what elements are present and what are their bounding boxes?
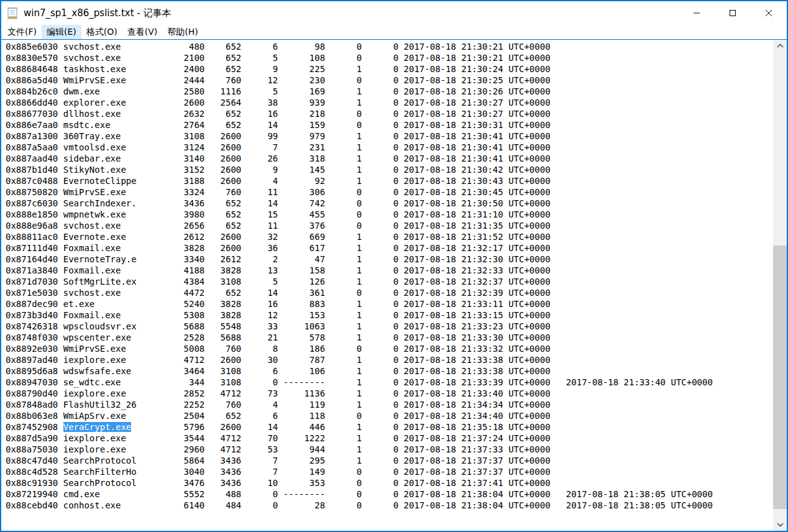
title-bar: win7_sp1_x86_pslist.txt - 记事本 bbox=[1, 1, 787, 25]
vertical-scrollbar[interactable] bbox=[773, 40, 787, 531]
notepad-icon bbox=[6, 6, 19, 20]
minimize-button[interactable] bbox=[679, 1, 715, 25]
notepad-window: win7_sp1_x86_pslist.txt - 记事本 文件(F)编辑(E)… bbox=[0, 0, 788, 532]
menu-item-help[interactable]: 帮助(H) bbox=[162, 25, 203, 39]
caption-buttons bbox=[679, 1, 787, 25]
text-editor[interactable]: 0x885e6030 svchost.exe 480 652 6 98 0 0 … bbox=[1, 40, 773, 531]
selected-text: VeraCrypt.exe bbox=[63, 422, 132, 432]
minimize-icon bbox=[693, 9, 700, 17]
chevron-up-icon bbox=[777, 44, 784, 48]
menu-item-view[interactable]: 查看(V) bbox=[122, 25, 163, 39]
close-icon bbox=[765, 9, 772, 17]
menu-item-file[interactable]: 文件(F) bbox=[2, 25, 42, 39]
edit-area: 0x885e6030 svchost.exe 480 652 6 98 0 0 … bbox=[1, 39, 787, 531]
maximize-button[interactable] bbox=[715, 1, 751, 25]
chevron-down-icon bbox=[777, 523, 784, 527]
scroll-up-button[interactable] bbox=[773, 40, 787, 52]
window-title: win7_sp1_x86_pslist.txt - 记事本 bbox=[24, 7, 172, 19]
menu-bar: 文件(F)编辑(E)格式(O)查看(V)帮助(H) bbox=[1, 25, 787, 39]
maximize-icon bbox=[729, 9, 736, 17]
scrollbar-thumb[interactable] bbox=[773, 245, 787, 509]
close-button[interactable] bbox=[751, 1, 787, 25]
document-text: 0x885e6030 svchost.exe 480 652 6 98 0 0 … bbox=[6, 41, 773, 511]
scroll-down-button[interactable] bbox=[773, 519, 787, 531]
menu-item-edit[interactable]: 编辑(E) bbox=[42, 25, 81, 39]
menu-item-format[interactable]: 格式(O) bbox=[81, 25, 122, 39]
